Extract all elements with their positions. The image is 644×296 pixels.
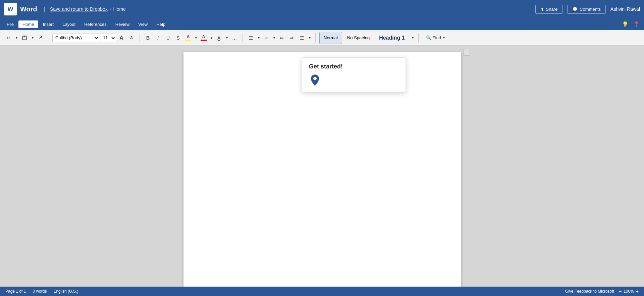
- toolbar: ↩ ▾ ▾ Calibri (Body) 11 A A B I U S A: [0, 30, 644, 46]
- status-bar: Page 1 of 1 0 words English (U.S.) Give …: [0, 287, 644, 296]
- font-size-increase-button[interactable]: A: [117, 33, 126, 43]
- page-info: Page 1 of 1: [5, 289, 26, 294]
- feedback-label[interactable]: Give Feedback to Microsoft: [565, 289, 614, 294]
- text-effects-button[interactable]: A̲: [214, 33, 224, 43]
- menu-file[interactable]: File: [3, 20, 18, 28]
- user-name: Ashvini Rawal: [610, 6, 640, 12]
- paragraph-align-button[interactable]: ☰: [297, 33, 307, 43]
- format-painter-button[interactable]: [36, 33, 45, 43]
- menu-view[interactable]: View: [134, 20, 152, 28]
- font-size-decrease-button[interactable]: A: [127, 33, 136, 43]
- highlight-color-bar: A: [185, 34, 191, 41]
- zoom-level: 100%: [624, 289, 634, 294]
- menu-home[interactable]: Home: [18, 20, 38, 28]
- style-heading1-button[interactable]: Heading 1: [375, 32, 409, 44]
- menu-references[interactable]: References: [80, 20, 110, 28]
- svg-rect-2: [23, 38, 26, 40]
- paragraph-align-dropdown[interactable]: ▾: [307, 33, 312, 43]
- italic-button[interactable]: I: [153, 33, 163, 43]
- location-pin-icon[interactable]: 📍: [632, 19, 641, 29]
- font-color-button[interactable]: A: [199, 33, 208, 43]
- word-logo-icon: W: [4, 3, 17, 15]
- text-effects-dropdown[interactable]: ▾: [224, 33, 229, 43]
- share-icon: ⬆: [540, 7, 544, 12]
- share-button[interactable]: ⬆ Share: [535, 5, 563, 14]
- decrease-indent-button[interactable]: ⇐: [277, 33, 286, 43]
- toolbar-separator-5: [418, 33, 419, 43]
- font-color-bar: A: [201, 34, 207, 41]
- styles-group: Normal No Spacing Heading 1 ▾: [319, 32, 416, 44]
- numbered-list-dropdown[interactable]: ▾: [272, 33, 276, 43]
- save-button[interactable]: [20, 33, 29, 43]
- highlight-dropdown[interactable]: ▾: [194, 33, 198, 43]
- menu-help[interactable]: Help: [152, 20, 169, 28]
- title-bar: W Word | Save and return to Dropbox › Ho…: [0, 0, 644, 18]
- breadcrumb: Save and return to Dropbox › Home: [50, 6, 532, 12]
- save-dropdown[interactable]: ▾: [30, 33, 35, 43]
- get-started-popup[interactable]: Get started!: [302, 57, 406, 92]
- popup-location-icon: [309, 74, 321, 86]
- lists-group: ☰ ▾ ≡ ▾ ⇐ ⇒ ☰ ▾: [245, 33, 313, 43]
- undo-dropdown[interactable]: ▾: [14, 33, 19, 43]
- breadcrumb-save[interactable]: Save and return to Dropbox: [50, 6, 108, 12]
- menu-review[interactable]: Review: [111, 20, 134, 28]
- breadcrumb-sep: ›: [110, 6, 111, 12]
- highlight-button[interactable]: A: [183, 33, 193, 43]
- numbered-list-button[interactable]: ≡: [262, 33, 271, 43]
- formatting-group: B I U S A ▾ A ▾ A̲ ▾ ...: [142, 33, 240, 43]
- breadcrumb-home[interactable]: Home: [113, 6, 126, 12]
- more-formatting-button[interactable]: ...: [230, 33, 239, 43]
- toolbar-separator-2: [140, 33, 140, 43]
- find-button[interactable]: 🔍 Find ▾: [423, 34, 448, 42]
- zoom-controls: − 100% +: [619, 289, 639, 294]
- font-color-dropdown[interactable]: ▾: [209, 33, 214, 43]
- canvas-area: Get started!: [0, 46, 644, 287]
- undo-redo-group: ↩ ▾ ▾: [3, 33, 46, 43]
- app-name: Word: [20, 5, 37, 13]
- toolbar-separator-4: [315, 33, 316, 43]
- toolbar-separator-3: [243, 33, 243, 43]
- document-page[interactable]: Get started!: [183, 52, 461, 287]
- popup-title: Get started!: [309, 63, 399, 70]
- svg-rect-1: [23, 36, 25, 37]
- find-dropdown-icon: ▾: [443, 36, 445, 40]
- comments-button[interactable]: 💬 Comments: [567, 5, 606, 14]
- svg-rect-3: [41, 36, 42, 38]
- style-no-spacing-button[interactable]: No Spacing: [343, 32, 374, 44]
- zoom-plus-button[interactable]: +: [636, 289, 639, 294]
- find-area: 🔍 Find ▾: [423, 34, 448, 42]
- style-normal-button[interactable]: Normal: [319, 32, 342, 44]
- font-family-select[interactable]: Calibri (Body): [52, 34, 99, 42]
- lightbulb-icon[interactable]: 💡: [621, 19, 630, 29]
- svg-point-4: [313, 77, 317, 80]
- style-expand-button[interactable]: ▾: [410, 32, 416, 44]
- comments-icon: 💬: [572, 7, 578, 12]
- font-size-select[interactable]: 11: [100, 34, 116, 42]
- word-count: 0 words: [33, 289, 47, 294]
- menu-insert[interactable]: Insert: [39, 20, 58, 28]
- bullets-button[interactable]: ☰: [246, 33, 256, 43]
- undo-button[interactable]: ↩: [4, 33, 13, 43]
- bullets-dropdown[interactable]: ▾: [256, 33, 261, 43]
- strikethrough-button[interactable]: S: [173, 33, 183, 43]
- zoom-minus-button[interactable]: −: [619, 289, 622, 294]
- search-icon: 🔍: [426, 35, 431, 40]
- menu-bar: File Home Insert Layout References Revie…: [0, 18, 644, 30]
- menu-layout[interactable]: Layout: [58, 20, 79, 28]
- ruler-handle: [463, 49, 470, 56]
- status-right: Give Feedback to Microsoft − 100% +: [565, 289, 639, 294]
- title-bar-right: ⬆ Share 💬 Comments Ashvini Rawal: [535, 5, 640, 14]
- language: English (U.S.): [53, 289, 78, 294]
- font-group: Calibri (Body) 11 A A: [51, 33, 137, 43]
- underline-button[interactable]: U: [163, 33, 173, 43]
- bold-button[interactable]: B: [143, 33, 153, 43]
- increase-indent-button[interactable]: ⇒: [287, 33, 297, 43]
- toolbar-separator-1: [49, 33, 49, 43]
